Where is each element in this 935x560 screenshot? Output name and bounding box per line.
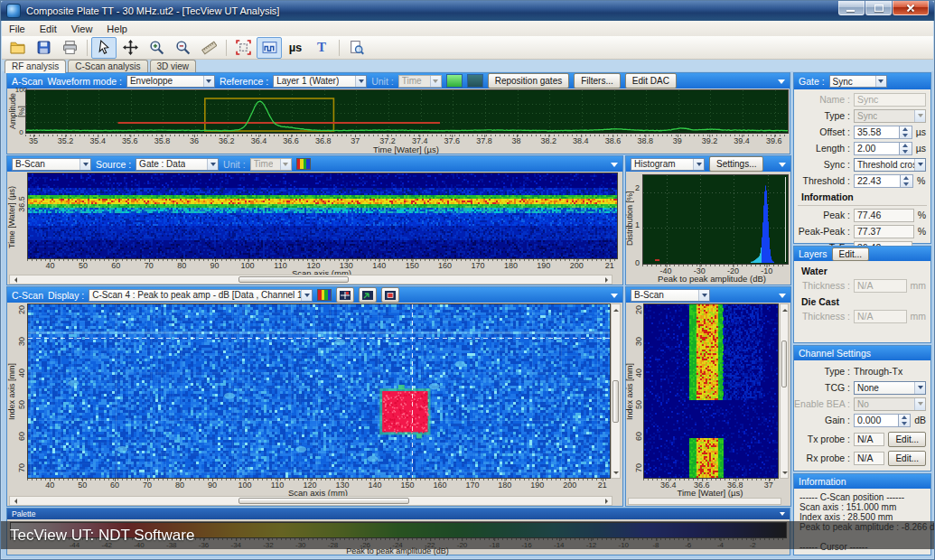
rx-probe-edit-button[interactable]: Edit... xyxy=(888,451,926,466)
b-scan-image[interactable] xyxy=(27,173,618,259)
gate-sync-row: Sync : Threshold crossing xyxy=(794,157,930,172)
palette-colorbar[interactable] xyxy=(10,522,787,538)
channel-type-row: Type : Through-Tx xyxy=(794,364,930,378)
menu-view[interactable]: View xyxy=(64,23,100,35)
menu-edit[interactable]: Edit xyxy=(33,23,64,35)
fit-view-button[interactable] xyxy=(230,37,256,59)
reposition-gates-button[interactable]: Reposition gates xyxy=(488,73,570,89)
c-scan-header: C-Scan Display : C-Scan 4 : Peak to peak… xyxy=(7,287,622,303)
offset-input[interactable]: 35.58 xyxy=(854,126,900,139)
zoom-out-icon xyxy=(175,40,191,55)
length-input[interactable]: 2.00 xyxy=(854,142,900,155)
edit-dac-button[interactable]: Edit DAC xyxy=(625,73,677,89)
tx-probe-edit-button[interactable]: Edit... xyxy=(888,432,926,447)
reference-select[interactable]: Layer 1 (Water) xyxy=(273,75,367,88)
print-preview-button[interactable] xyxy=(343,37,369,59)
pan-button[interactable] xyxy=(117,37,143,59)
b-scan-view-select[interactable]: B-Scan xyxy=(12,158,91,171)
print-button[interactable] xyxy=(57,37,82,59)
gain-label: Gain : xyxy=(794,415,854,425)
scroll-right-icon xyxy=(603,497,612,505)
collapse-chevron-icon[interactable] xyxy=(779,294,786,302)
menu-file[interactable]: File xyxy=(2,23,33,35)
unit-select: Time xyxy=(250,158,292,171)
histogram-plot[interactable] xyxy=(642,174,789,265)
threshold-input[interactable]: 22.43 xyxy=(854,174,901,188)
waveform-mode-select[interactable]: Enveloppe xyxy=(126,75,215,88)
length-stepper[interactable] xyxy=(900,142,912,155)
histogram-view-select[interactable]: Histogram xyxy=(631,158,705,171)
tcg-label: TCG : xyxy=(794,382,854,393)
a-scan-y-ticks: 0100 xyxy=(17,89,25,132)
water-layer-label: Water xyxy=(801,266,930,276)
palette-axis-title: Peak to peak amplitude (dB) xyxy=(10,546,785,555)
save-button[interactable] xyxy=(31,37,56,59)
axis-tick-label: 30 xyxy=(634,337,642,346)
tcg-select[interactable]: None xyxy=(854,381,926,395)
a-scan-plot[interactable] xyxy=(25,89,789,134)
histogram-settings-button[interactable]: Settings... xyxy=(709,156,763,172)
minimize-button[interactable] xyxy=(838,1,865,15)
offset-stepper[interactable] xyxy=(900,126,912,139)
threshold-stepper[interactable] xyxy=(901,174,913,188)
gain-input[interactable]: 0.000 xyxy=(854,414,899,427)
gate-name-row: Name : Sync xyxy=(794,92,930,107)
gate-threshold-row: Threshold : 22.43 % xyxy=(794,173,930,188)
palette-icon[interactable] xyxy=(296,158,311,170)
time-unit-button[interactable]: µs xyxy=(283,37,308,59)
zoom-selection-icon[interactable] xyxy=(359,287,377,303)
gate-type-row: Type : Sync xyxy=(794,108,930,123)
b-scan-right-view-select[interactable]: B-Scan xyxy=(631,289,710,302)
rx-probe-row: Rx probe : N/A Edit... xyxy=(794,451,930,465)
source-select[interactable]: Gate : Data xyxy=(136,158,219,171)
gates-button[interactable] xyxy=(257,37,282,59)
gate-select[interactable]: Sync xyxy=(829,75,887,88)
restore-button[interactable] xyxy=(865,1,892,15)
axis-tick-label: 70 xyxy=(17,463,25,472)
collapse-chevron-icon[interactable] xyxy=(611,294,618,302)
layers-edit-button[interactable]: Edit... xyxy=(832,247,870,261)
collapse-chevron-icon[interactable] xyxy=(779,163,786,171)
b-scan-right-image[interactable] xyxy=(643,303,779,479)
select-cursor-button[interactable] xyxy=(91,37,117,59)
tab-cscan-analysis[interactable]: C-Scan analysis xyxy=(68,60,147,72)
axis-tick-label: 60 xyxy=(634,432,642,441)
unit-label: Unit : xyxy=(223,159,246,170)
collapse-chevron-icon[interactable] xyxy=(778,79,785,88)
b-scan-right-h-scrollbar[interactable] xyxy=(628,498,781,505)
close-button[interactable] xyxy=(893,1,929,15)
tab-rf-analysis[interactable]: RF analysis xyxy=(5,60,66,73)
peak-peak-value: 77.37 xyxy=(854,225,914,238)
measure-button[interactable] xyxy=(196,37,221,59)
sync-select[interactable]: Threshold crossing xyxy=(854,158,926,172)
cursor-info-icon[interactable] xyxy=(336,287,354,303)
offset-label: Offset : xyxy=(794,126,854,137)
zoom-out-button[interactable] xyxy=(170,37,195,59)
b-scan-h-scrollbar[interactable] xyxy=(9,275,612,285)
printer-icon xyxy=(62,40,78,55)
c-scan-v-scrollbar[interactable] xyxy=(611,303,621,479)
c-scan-image[interactable] xyxy=(27,303,611,479)
collapse-chevron-icon[interactable] xyxy=(780,512,785,518)
zoom-in-button[interactable] xyxy=(144,37,169,59)
scroll-left-icon xyxy=(10,497,18,505)
reset-zoom-icon[interactable] xyxy=(381,287,399,303)
menu-help[interactable]: Help xyxy=(99,23,135,35)
peak-peak-unit: % xyxy=(918,226,926,237)
display-select[interactable]: C-Scan 4 : Peak to peak amp - dB [Data ,… xyxy=(89,289,313,302)
filters-button[interactable]: Filters... xyxy=(574,73,621,89)
open-file-button[interactable] xyxy=(5,37,30,59)
waveform-mode-label: Waveform mode : xyxy=(47,76,121,87)
collapse-chevron-icon[interactable] xyxy=(611,163,618,171)
tab-3d-view[interactable]: 3D view xyxy=(150,60,197,72)
text-annotation-button[interactable]: T xyxy=(309,37,334,59)
b-scan-right-v-scrollbar[interactable] xyxy=(780,303,789,479)
palette-icon[interactable] xyxy=(317,289,332,301)
c-scan-h-scrollbar[interactable] xyxy=(9,496,612,506)
axis-tick-label: 20 xyxy=(17,305,25,314)
gain-stepper[interactable] xyxy=(899,414,911,427)
toolbar: µs T xyxy=(2,36,933,60)
show-dac-icon[interactable] xyxy=(467,74,483,88)
show-gates-icon[interactable] xyxy=(446,74,463,88)
die-cast-thickness-field: N/A xyxy=(854,310,907,323)
